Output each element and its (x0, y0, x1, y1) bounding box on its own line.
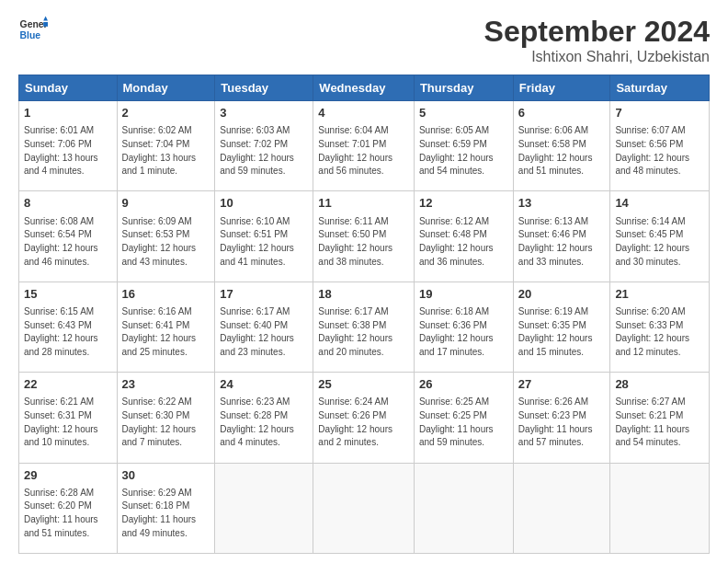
calendar-cell: 29 Sunrise: 6:28 AMSunset: 6:20 PMDaylig… (19, 463, 118, 553)
title-block: September 2024 Ishtixon Shahri, Uzbekist… (484, 15, 710, 65)
day-number: 27 (518, 376, 606, 393)
day-number: 29 (24, 467, 112, 484)
day-info: Sunrise: 6:27 AMSunset: 6:21 PMDaylight:… (615, 396, 689, 447)
day-info: Sunrise: 6:18 AMSunset: 6:36 PMDaylight:… (419, 306, 494, 357)
day-number: 21 (615, 286, 704, 303)
calendar-row: 29 Sunrise: 6:28 AMSunset: 6:20 PMDaylig… (19, 463, 710, 553)
day-info: Sunrise: 6:19 AMSunset: 6:35 PMDaylight:… (518, 306, 593, 357)
day-info: Sunrise: 6:10 AMSunset: 6:51 PMDaylight:… (220, 216, 294, 267)
col-tuesday: Tuesday (215, 75, 313, 101)
calendar-cell (215, 463, 313, 553)
day-number: 7 (615, 105, 704, 121)
logo: General Blue (18, 15, 48, 44)
day-number: 30 (122, 467, 210, 484)
day-number: 2 (122, 105, 210, 121)
day-info: Sunrise: 6:17 AMSunset: 6:38 PMDaylight:… (318, 306, 392, 357)
calendar-cell: 16 Sunrise: 6:16 AMSunset: 6:41 PMDaylig… (117, 282, 215, 372)
calendar-cell: 20 Sunrise: 6:19 AMSunset: 6:35 PMDaylig… (513, 282, 610, 372)
day-info: Sunrise: 6:12 AMSunset: 6:48 PMDaylight:… (419, 216, 494, 267)
calendar-table: Sunday Monday Tuesday Wednesday Thursday… (18, 75, 710, 554)
calendar-cell: 25 Sunrise: 6:24 AMSunset: 6:26 PMDaylig… (313, 373, 415, 463)
calendar-row: 22 Sunrise: 6:21 AMSunset: 6:31 PMDaylig… (19, 373, 710, 463)
day-number: 15 (24, 286, 112, 303)
calendar-cell: 14 Sunrise: 6:14 AMSunset: 6:45 PMDaylig… (610, 191, 710, 282)
calendar-cell (313, 463, 415, 553)
day-number: 14 (615, 195, 704, 212)
col-sunday: Sunday (19, 75, 118, 101)
calendar-cell: 4 Sunrise: 6:04 AMSunset: 7:01 PMDayligh… (313, 101, 415, 191)
day-info: Sunrise: 6:02 AMSunset: 7:04 PMDaylight:… (122, 125, 197, 176)
calendar-cell: 12 Sunrise: 6:12 AMSunset: 6:48 PMDaylig… (414, 191, 513, 282)
calendar-cell: 28 Sunrise: 6:27 AMSunset: 6:21 PMDaylig… (610, 373, 710, 463)
calendar-cell: 15 Sunrise: 6:15 AMSunset: 6:43 PMDaylig… (19, 282, 118, 372)
calendar-cell: 23 Sunrise: 6:22 AMSunset: 6:30 PMDaylig… (117, 373, 215, 463)
day-info: Sunrise: 6:03 AMSunset: 7:02 PMDaylight:… (220, 125, 294, 176)
calendar-cell: 7 Sunrise: 6:07 AMSunset: 6:56 PMDayligh… (610, 101, 710, 191)
col-thursday: Thursday (414, 75, 513, 101)
day-number: 25 (318, 376, 409, 393)
day-info: Sunrise: 6:23 AMSunset: 6:28 PMDaylight:… (220, 396, 294, 447)
day-info: Sunrise: 6:28 AMSunset: 6:20 PMDaylight:… (24, 488, 98, 538)
svg-marker-2 (43, 17, 48, 21)
calendar-cell: 6 Sunrise: 6:06 AMSunset: 6:58 PMDayligh… (513, 101, 610, 191)
calendar-cell: 9 Sunrise: 6:09 AMSunset: 6:53 PMDayligh… (117, 191, 215, 282)
day-info: Sunrise: 6:26 AMSunset: 6:23 PMDaylight:… (518, 396, 593, 447)
day-number: 13 (518, 195, 606, 212)
day-number: 26 (419, 376, 508, 393)
day-number: 16 (122, 286, 210, 303)
calendar-cell: 30 Sunrise: 6:29 AMSunset: 6:18 PMDaylig… (117, 463, 215, 553)
calendar-cell: 8 Sunrise: 6:08 AMSunset: 6:54 PMDayligh… (19, 191, 118, 282)
calendar-cell: 5 Sunrise: 6:05 AMSunset: 6:59 PMDayligh… (414, 101, 513, 191)
logo-icon: General Blue (18, 15, 48, 44)
calendar-row: 8 Sunrise: 6:08 AMSunset: 6:54 PMDayligh… (19, 191, 710, 282)
day-info: Sunrise: 6:14 AMSunset: 6:45 PMDaylight:… (615, 216, 689, 267)
day-number: 17 (220, 286, 308, 303)
calendar-cell: 19 Sunrise: 6:18 AMSunset: 6:36 PMDaylig… (414, 282, 513, 372)
day-number: 9 (122, 195, 210, 212)
day-info: Sunrise: 6:11 AMSunset: 6:50 PMDaylight:… (318, 216, 392, 267)
day-info: Sunrise: 6:21 AMSunset: 6:31 PMDaylight:… (24, 396, 98, 447)
day-number: 28 (615, 376, 704, 393)
day-number: 5 (419, 105, 508, 121)
calendar-cell: 24 Sunrise: 6:23 AMSunset: 6:28 PMDaylig… (215, 373, 313, 463)
calendar-row: 1 Sunrise: 6:01 AMSunset: 7:06 PMDayligh… (19, 101, 710, 191)
header: General Blue September 2024 Ishtixon Sha… (18, 15, 710, 65)
calendar-cell: 17 Sunrise: 6:17 AMSunset: 6:40 PMDaylig… (215, 282, 313, 372)
day-info: Sunrise: 6:24 AMSunset: 6:26 PMDaylight:… (318, 396, 392, 447)
calendar-cell: 18 Sunrise: 6:17 AMSunset: 6:38 PMDaylig… (313, 282, 415, 372)
day-info: Sunrise: 6:17 AMSunset: 6:40 PMDaylight:… (220, 306, 294, 357)
day-number: 12 (419, 195, 508, 212)
calendar-cell: 27 Sunrise: 6:26 AMSunset: 6:23 PMDaylig… (513, 373, 610, 463)
day-number: 19 (419, 286, 508, 303)
day-info: Sunrise: 6:29 AMSunset: 6:18 PMDaylight:… (122, 488, 197, 538)
day-info: Sunrise: 6:08 AMSunset: 6:54 PMDaylight:… (24, 216, 98, 267)
day-info: Sunrise: 6:20 AMSunset: 6:33 PMDaylight:… (615, 306, 689, 357)
day-number: 23 (122, 376, 210, 393)
page: General Blue September 2024 Ishtixon Sha… (0, 0, 728, 563)
calendar-cell: 11 Sunrise: 6:11 AMSunset: 6:50 PMDaylig… (313, 191, 415, 282)
day-number: 18 (318, 286, 409, 303)
day-number: 20 (518, 286, 606, 303)
calendar-cell: 13 Sunrise: 6:13 AMSunset: 6:46 PMDaylig… (513, 191, 610, 282)
calendar-body: 1 Sunrise: 6:01 AMSunset: 7:06 PMDayligh… (19, 101, 710, 554)
col-friday: Friday (513, 75, 610, 101)
day-number: 1 (24, 105, 112, 121)
calendar-cell: 10 Sunrise: 6:10 AMSunset: 6:51 PMDaylig… (215, 191, 313, 282)
calendar-cell: 3 Sunrise: 6:03 AMSunset: 7:02 PMDayligh… (215, 101, 313, 191)
header-row: Sunday Monday Tuesday Wednesday Thursday… (19, 75, 710, 101)
day-number: 6 (518, 105, 606, 121)
col-monday: Monday (117, 75, 215, 101)
day-info: Sunrise: 6:09 AMSunset: 6:53 PMDaylight:… (122, 216, 197, 267)
calendar-cell (414, 463, 513, 553)
day-info: Sunrise: 6:25 AMSunset: 6:25 PMDaylight:… (419, 396, 494, 447)
calendar-cell: 26 Sunrise: 6:25 AMSunset: 6:25 PMDaylig… (414, 373, 513, 463)
calendar-cell: 21 Sunrise: 6:20 AMSunset: 6:33 PMDaylig… (610, 282, 710, 372)
day-info: Sunrise: 6:07 AMSunset: 6:56 PMDaylight:… (615, 125, 689, 176)
day-info: Sunrise: 6:04 AMSunset: 7:01 PMDaylight:… (318, 125, 392, 176)
day-info: Sunrise: 6:13 AMSunset: 6:46 PMDaylight:… (518, 216, 593, 267)
day-number: 11 (318, 195, 409, 212)
month-year: September 2024 (484, 15, 710, 49)
day-info: Sunrise: 6:01 AMSunset: 7:06 PMDaylight:… (24, 125, 98, 176)
day-number: 24 (220, 376, 308, 393)
day-info: Sunrise: 6:06 AMSunset: 6:58 PMDaylight:… (518, 125, 593, 176)
